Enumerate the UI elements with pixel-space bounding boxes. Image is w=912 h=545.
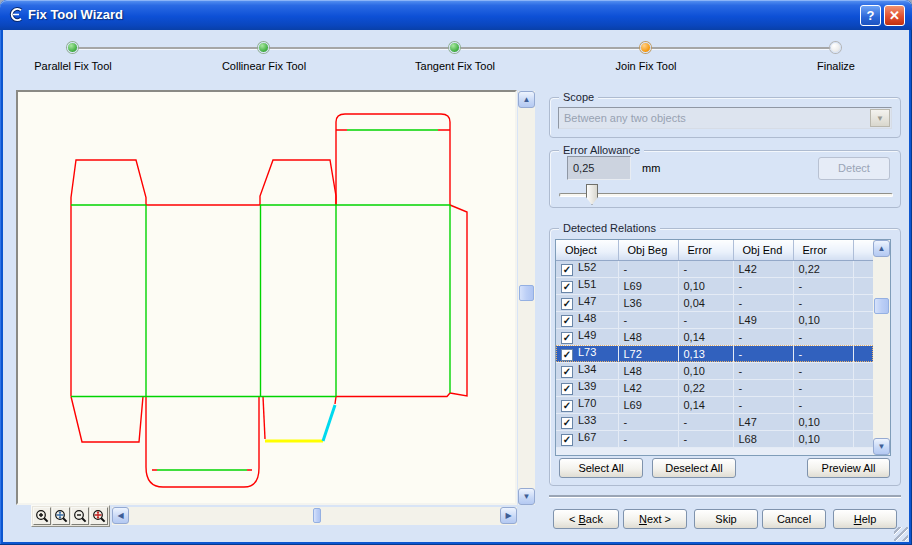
deselect-all-button[interactable]: Deselect All <box>652 458 736 478</box>
scroll-left-icon[interactable]: ◀ <box>112 507 129 524</box>
scroll-right-icon[interactable]: ▶ <box>500 507 517 524</box>
zoom-in-button[interactable] <box>33 507 51 525</box>
chevron-down-icon[interactable]: ▼ <box>870 109 890 127</box>
close-icon[interactable]: ✕ <box>884 5 905 26</box>
dieline-drawing <box>18 92 515 503</box>
footer-divider <box>549 495 901 497</box>
table-row[interactable]: ✓L67--L680,10 <box>556 430 873 447</box>
titlebar[interactable]: Fix Tool Wizard ? ✕ <box>0 0 912 30</box>
scroll-up-icon[interactable]: ▲ <box>873 240 890 257</box>
object-cell: ✓L73 <box>556 345 618 362</box>
table-row[interactable]: ✓L48--L490,10 <box>556 311 873 328</box>
help-titlebar-button[interactable]: ? <box>860 5 881 26</box>
dieline-path <box>336 114 450 205</box>
error-allowance-slider-track[interactable] <box>559 193 893 197</box>
error-allowance-group: Error Allowance 0,25 mm Detect <box>549 150 901 208</box>
wizard-step-label: Finalize <box>756 60 912 72</box>
error-allowance-slider-thumb[interactable] <box>586 184 598 205</box>
column-header[interactable]: Error <box>793 240 853 260</box>
column-header-blank[interactable] <box>853 240 873 260</box>
column-header[interactable]: Error <box>678 240 733 260</box>
error-end-cell: - <box>793 277 853 294</box>
row-checkbox[interactable]: ✓ <box>561 434 573 446</box>
skip-button[interactable]: Skip <box>694 509 758 529</box>
row-checkbox[interactable]: ✓ <box>561 332 573 344</box>
row-checkbox[interactable]: ✓ <box>561 281 573 293</box>
cancel-button[interactable]: Cancel <box>762 509 826 529</box>
obj-beg-cell: L69 <box>618 277 678 294</box>
next-button[interactable]: Next > <box>623 509 687 529</box>
row-checkbox[interactable]: ✓ <box>561 315 573 327</box>
table-row[interactable]: ✓L33--L470,10 <box>556 413 873 430</box>
row-checkbox[interactable]: ✓ <box>561 383 573 395</box>
filler-cell <box>853 396 873 413</box>
table-row[interactable]: ✓L47L360,04-- <box>556 294 873 311</box>
object-cell: ✓L70 <box>556 396 618 413</box>
select-all-button[interactable]: Select All <box>559 458 643 478</box>
error-beg-cell: 0,10 <box>678 277 733 294</box>
fix-tool-wizard-window: Fix Tool Wizard ? ✕ Parallel Fix ToolCol… <box>0 0 912 545</box>
row-checkbox[interactable]: ✓ <box>561 417 573 429</box>
resize-grip[interactable] <box>894 527 908 541</box>
scope-group: Scope Between any two objects ▼ <box>549 97 901 138</box>
row-checkbox[interactable]: ✓ <box>561 366 573 378</box>
dieline-path <box>336 393 450 397</box>
error-allowance-input[interactable]: 0,25 <box>567 156 631 180</box>
scroll-down-icon[interactable]: ▼ <box>873 438 890 455</box>
error-end-cell: - <box>793 345 853 362</box>
filler-cell <box>853 379 873 396</box>
zoom-window-button[interactable] <box>52 507 70 525</box>
filler-cell <box>853 413 873 430</box>
filler-cell <box>853 362 873 379</box>
zoom-selection-button[interactable] <box>90 507 108 525</box>
wizard-step-dot-icon <box>449 42 460 53</box>
error-beg-cell: - <box>678 430 733 447</box>
obj-end-cell: - <box>733 396 793 413</box>
table-row[interactable]: ✓L49L480,14-- <box>556 328 873 345</box>
table-row[interactable]: ✓L34L480,10-- <box>556 362 873 379</box>
scope-combobox[interactable]: Between any two objects <box>558 107 892 129</box>
table-row[interactable]: ✓L39L420,22-- <box>556 379 873 396</box>
detect-button[interactable]: Detect <box>818 157 890 180</box>
row-checkbox[interactable]: ✓ <box>561 400 573 412</box>
zoom-out-icon <box>73 509 87 523</box>
column-header[interactable]: Obj Beg <box>618 240 678 260</box>
object-cell: ✓L51 <box>556 277 618 294</box>
column-header[interactable]: Object <box>556 240 618 260</box>
zoom-out-button[interactable] <box>71 507 89 525</box>
column-header[interactable]: Obj End <box>733 240 793 260</box>
window-title: Fix Tool Wizard <box>28 7 123 22</box>
zoom-selection-icon <box>92 509 106 523</box>
detected-relations-group: Detected Relations ObjectObj BegErrorObj… <box>549 228 901 486</box>
obj-end-cell: - <box>733 345 793 362</box>
table-vertical-scrollbar[interactable]: ▲ ▼ <box>873 240 890 455</box>
table-row[interactable]: ✓L70L690,14-- <box>556 396 873 413</box>
scroll-up-icon[interactable]: ▲ <box>518 91 535 108</box>
preview-all-button[interactable]: Preview All <box>807 458 890 478</box>
obj-end-cell: - <box>733 328 793 345</box>
wizard-step-dot-icon <box>258 42 269 53</box>
table-row[interactable]: ✓L52--L420,22 <box>556 260 873 277</box>
obj-end-cell: - <box>733 362 793 379</box>
table-row[interactable]: ✓L51L690,10-- <box>556 277 873 294</box>
error-beg-cell: - <box>678 413 733 430</box>
object-cell: ✓L39 <box>556 379 618 396</box>
canvas-horizontal-scrollbar[interactable]: ◀ ▶ <box>112 507 517 525</box>
object-cell: ✓L47 <box>556 294 618 311</box>
scope-group-label: Scope <box>559 91 598 103</box>
back-button[interactable]: < Back <box>553 509 619 529</box>
canvas-vertical-scrollbar[interactable]: ▲ ▼ <box>518 91 535 505</box>
error-end-cell: 0,10 <box>793 413 853 430</box>
drawing-canvas[interactable] <box>16 90 517 505</box>
vscroll-thumb[interactable] <box>519 285 534 301</box>
scroll-down-icon[interactable]: ▼ <box>518 488 535 505</box>
row-checkbox[interactable]: ✓ <box>561 349 573 361</box>
row-checkbox[interactable]: ✓ <box>561 298 573 310</box>
relations-table: ObjectObj BegErrorObj EndError✓L52--L420… <box>555 239 891 456</box>
hscroll-thumb[interactable] <box>313 508 321 523</box>
table-row[interactable]: ✓L73L720,13-- <box>556 345 873 362</box>
table-scroll-thumb[interactable] <box>874 298 889 314</box>
help-button[interactable]: Help <box>833 509 897 529</box>
error-beg-cell: 0,10 <box>678 362 733 379</box>
row-checkbox[interactable]: ✓ <box>561 264 573 276</box>
